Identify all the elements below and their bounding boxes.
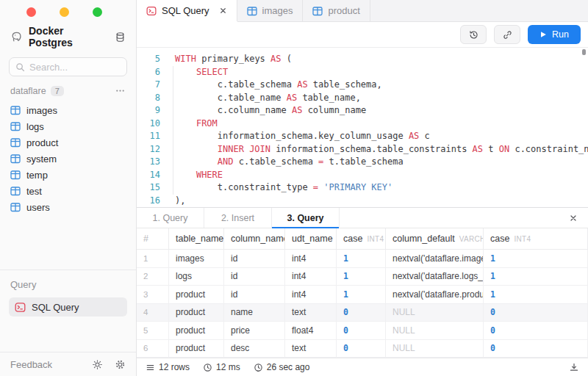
cell[interactable]: 1 xyxy=(484,250,588,267)
cell[interactable]: 1 xyxy=(484,268,588,286)
column-header-udt-name-3[interactable]: udt_name... xyxy=(285,228,337,249)
sidebar-item-label: SQL Query xyxy=(32,302,79,313)
cell[interactable]: product xyxy=(169,286,224,303)
cell[interactable]: 3 xyxy=(137,286,169,303)
cell[interactable]: product xyxy=(169,304,224,322)
cell[interactable]: logs xyxy=(169,268,224,286)
cell[interactable]: nextval('dataflare.product_id_… xyxy=(386,286,484,303)
sql-editor[interactable]: 5WITH primary_keys AS (6 SELECT7 c.table… xyxy=(137,48,588,207)
column-header-column-name-2[interactable]: column_name... xyxy=(224,228,285,249)
window-close-button[interactable] xyxy=(26,7,36,17)
code-text: INNER JOIN information_schema.table_cons… xyxy=(160,143,588,156)
theme-toggle-icon[interactable] xyxy=(92,359,103,370)
table-row[interactable]: 1imagesidint41nextval('dataflare.images_… xyxy=(137,250,588,268)
table-row[interactable]: 4productnametext0NULL0 xyxy=(137,304,588,322)
result-tab-3-query[interactable]: 3. Query xyxy=(272,208,340,228)
sidebar-item-label: system xyxy=(26,153,57,164)
table-icon xyxy=(10,170,21,180)
cell[interactable]: id xyxy=(224,286,285,303)
sidebar-item-temp[interactable]: temp xyxy=(0,167,136,183)
cell[interactable]: 1 xyxy=(137,250,169,267)
cell[interactable]: 1 xyxy=(484,286,588,303)
sidebar-item-system[interactable]: system xyxy=(0,151,136,167)
cell[interactable]: 0 xyxy=(337,304,386,322)
sidebar-item-logs[interactable]: logs xyxy=(0,118,136,134)
window-minimize-button[interactable] xyxy=(60,7,69,17)
cell[interactable]: 2 xyxy=(137,268,169,286)
cell[interactable]: id xyxy=(224,268,285,286)
download-icon[interactable] xyxy=(569,362,579,372)
table-row[interactable]: 5productpricefloat40NULL0 xyxy=(137,322,588,340)
sidebar-item-test[interactable]: test xyxy=(0,183,136,199)
cell[interactable]: nextval('dataflare.logs_id_seq'… xyxy=(386,268,484,286)
search-box[interactable] xyxy=(9,57,127,76)
sidebar-item-users[interactable]: users xyxy=(0,199,136,215)
tab-product[interactable]: product xyxy=(303,0,370,21)
column-header-case-6[interactable]: caseINT4 xyxy=(484,228,588,249)
cell[interactable]: NULL xyxy=(386,322,484,339)
column-header-case-4[interactable]: caseINT4 xyxy=(337,228,386,249)
sidebar-item-product[interactable]: product xyxy=(0,134,136,151)
editor-lines: 5WITH primary_keys AS (6 SELECT7 c.table… xyxy=(137,53,588,207)
cell[interactable]: int4 xyxy=(285,250,337,267)
schema-name: dataflare xyxy=(10,86,46,96)
cell[interactable]: nextval('dataflare.images_id_s… xyxy=(386,250,484,267)
column-header-table-name-1[interactable]: table_name... xyxy=(169,228,224,249)
table-row[interactable]: 2logsidint41nextval('dataflare.logs_id_s… xyxy=(137,268,588,286)
cell[interactable]: price xyxy=(224,322,285,339)
code-line: 10 FROM xyxy=(137,118,588,131)
postgres-logo-icon xyxy=(10,31,23,43)
code-text: c.column_name AS column_name xyxy=(160,104,366,118)
cell[interactable]: 0 xyxy=(484,322,588,339)
cell[interactable]: 4 xyxy=(137,304,169,322)
feedback-link[interactable]: Feedback xyxy=(10,359,52,370)
close-results-icon[interactable] xyxy=(569,214,578,223)
cell[interactable]: text xyxy=(285,304,337,322)
cell[interactable]: images xyxy=(169,250,224,267)
cell[interactable]: 0 xyxy=(484,304,588,322)
cell[interactable]: product xyxy=(169,322,224,339)
cell[interactable]: 1 xyxy=(337,286,386,303)
cell[interactable]: float4 xyxy=(285,322,337,339)
result-tab-2-insert[interactable]: 2. Insert xyxy=(204,208,272,228)
cell[interactable]: 1 xyxy=(337,250,386,267)
table-row[interactable]: 3productidint41nextval('dataflare.produc… xyxy=(137,286,588,304)
code-line: 14 WHERE xyxy=(137,169,588,182)
sidebar-item-images[interactable]: images xyxy=(0,102,136,118)
database-icon[interactable] xyxy=(115,32,126,43)
cell[interactable]: product xyxy=(169,340,224,358)
sidebar-item-sql-query[interactable]: SQL Query xyxy=(9,297,127,317)
cell[interactable]: name xyxy=(224,304,285,322)
cell[interactable]: id xyxy=(224,250,285,267)
search-input[interactable] xyxy=(29,62,121,73)
close-tab-icon[interactable] xyxy=(219,7,227,15)
column-header-column-default-5[interactable]: column_defaultVARCHAR xyxy=(386,228,484,249)
cell[interactable]: desc xyxy=(224,340,285,358)
cell[interactable]: text xyxy=(285,340,337,358)
column-header-rownum[interactable]: # xyxy=(137,228,169,249)
cell[interactable]: 5 xyxy=(137,322,169,339)
cell[interactable]: NULL xyxy=(386,340,484,358)
link-button[interactable] xyxy=(494,25,520,44)
cell[interactable]: 0 xyxy=(337,322,386,339)
last-run-time: 26 sec ago xyxy=(254,362,310,372)
window-zoom-button[interactable] xyxy=(93,7,102,17)
query-duration: 12 ms xyxy=(203,362,240,372)
cell[interactable]: 0 xyxy=(484,340,588,358)
tab-sql-query[interactable]: SQL Query xyxy=(137,0,237,21)
tab-images[interactable]: images xyxy=(237,0,304,21)
table-row[interactable]: 6productdesctext0NULL0 xyxy=(137,340,588,358)
run-button[interactable]: Run xyxy=(528,25,581,44)
cell[interactable]: 0 xyxy=(337,340,386,358)
result-tab-1-query[interactable]: 1. Query xyxy=(137,208,204,228)
more-options-icon[interactable] xyxy=(115,85,126,96)
sidebar: Docker Postgres dataflare 7 imageslogspr… xyxy=(0,0,137,376)
cell[interactable]: int4 xyxy=(285,286,337,303)
cell[interactable]: 6 xyxy=(137,340,169,358)
cell[interactable]: NULL xyxy=(386,304,484,322)
cell[interactable]: int4 xyxy=(285,268,337,286)
history-button[interactable] xyxy=(460,25,487,44)
editor-scrollbar[interactable] xyxy=(582,49,586,55)
cell[interactable]: 1 xyxy=(337,268,386,286)
settings-gear-icon[interactable] xyxy=(115,359,126,370)
